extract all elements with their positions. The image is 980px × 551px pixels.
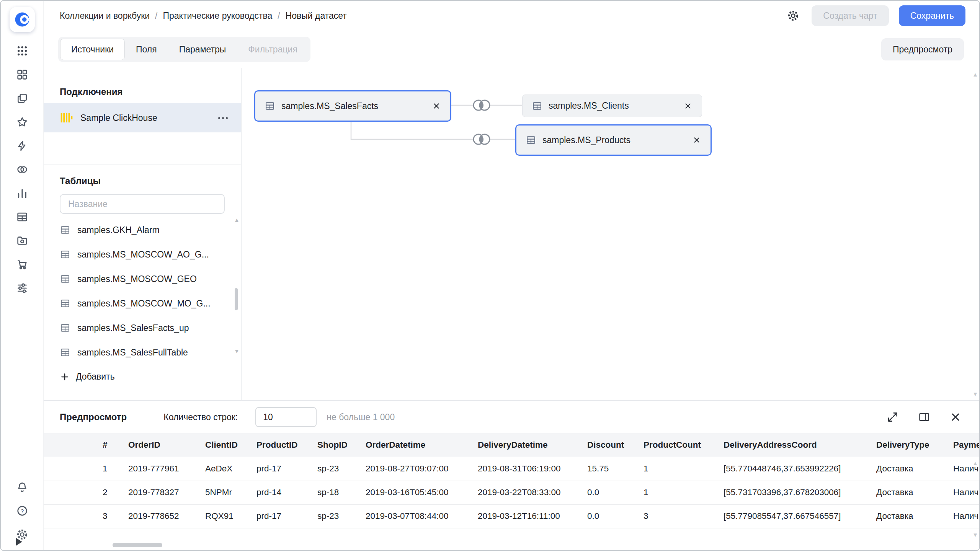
table-list-item-label: samples.MS_MOSCOW_MO_G... (77, 298, 211, 309)
column-header: ClientID (205, 433, 256, 457)
breadcrumb-collections[interactable]: Коллекции и воркбуки (60, 11, 150, 21)
table-cell: Доставка (876, 457, 953, 481)
save-button[interactable]: Сохранить (899, 5, 965, 26)
close-preview-icon[interactable] (947, 409, 964, 425)
scroll-up-icon[interactable]: ▲ (234, 217, 238, 223)
table-list-item[interactable]: samples.MS_MOSCOW_AO_G... (44, 242, 241, 267)
rail-bottom: ? (10, 475, 35, 546)
row-count-label: Количество строк: (163, 412, 238, 422)
marketplace-icon[interactable] (10, 253, 35, 276)
connection-item[interactable]: Sample ClickHouse (44, 103, 241, 132)
table-list-item[interactable]: samples.GKH_Alarm (44, 218, 241, 242)
connections-icon[interactable] (10, 158, 35, 181)
dataset-table-node[interactable]: samples.MS_Clients (522, 95, 702, 117)
add-table-button[interactable]: Добавить (60, 372, 225, 382)
horizontal-scrollbar[interactable] (44, 540, 979, 550)
remove-table-icon[interactable] (692, 135, 701, 145)
table-list-item-label: samples.MS_SalesFullTable (77, 347, 188, 358)
breadcrumb-guides[interactable]: Практические руководства (163, 11, 272, 21)
preview-scroll-up-icon[interactable]: ▲ (972, 460, 978, 466)
apps-grid-icon[interactable] (10, 39, 35, 63)
preview-toggle-button[interactable]: Предпросмотр (881, 38, 964, 60)
column-header: DeliveryAddressCoord (724, 433, 876, 457)
rail-expand-arrow[interactable] (16, 538, 22, 546)
table-search-input[interactable] (60, 194, 225, 214)
table-list-item[interactable]: samples.MS_SalesFullTable (44, 340, 241, 365)
table-cell: 2019-08-27T09:07:00 (366, 457, 478, 481)
breadcrumb-separator: / (155, 11, 157, 21)
preview-panel: Предпросмотр Количество строк: не больше… (44, 400, 979, 550)
table-cell: RQX91 (205, 504, 256, 528)
table-icon (532, 101, 542, 111)
left-rail: ? (1, 1, 44, 550)
scroll-down-icon[interactable]: ▼ (234, 348, 238, 354)
favorites-icon[interactable] (10, 110, 35, 134)
more-menu-icon[interactable] (217, 114, 229, 122)
services-sliders-icon[interactable] (10, 276, 35, 300)
tables-icon[interactable] (10, 205, 35, 229)
create-chart-button[interactable]: Создать чарт (812, 5, 889, 26)
join-canvas[interactable]: samples.MS_SalesFacts samples.MS_Clients… (242, 68, 979, 400)
column-header: DeliveryType (876, 433, 953, 457)
svg-text:?: ? (20, 508, 23, 514)
tables-title: Таблицы (44, 176, 241, 186)
join-type-icon[interactable] (470, 97, 493, 114)
column-header: # (44, 433, 128, 457)
join-type-icon[interactable] (470, 131, 493, 148)
canvas-scroll-up-icon[interactable]: ▲ (972, 71, 978, 78)
table-cell: prd-17 (256, 504, 317, 528)
remove-table-icon[interactable] (683, 101, 693, 111)
dashboards-icon[interactable] (10, 63, 35, 86)
column-header: ProductID (256, 433, 317, 457)
dataset-table-node[interactable]: samples.MS_SalesFacts (254, 90, 451, 122)
dock-panel-icon[interactable] (916, 409, 933, 425)
workbooks-icon[interactable] (10, 86, 35, 110)
table-cell: 2019-778652 (128, 504, 205, 528)
table-list-item[interactable]: samples.MS_MOSCOW_GEO (44, 267, 241, 291)
scroll-thumb[interactable] (235, 288, 238, 310)
help-icon[interactable]: ? (10, 499, 35, 523)
table-cell: 2019-03-07T08:44:00 (366, 504, 478, 528)
preview-scroll-down-icon[interactable]: ▼ (972, 531, 978, 538)
table-cell: 2019-03-22T08:33:00 (478, 481, 587, 504)
table-cell: Наличные (953, 504, 979, 528)
table-cell: sp-23 (317, 504, 366, 528)
preview-title: Предпросмотр (60, 412, 127, 422)
breadcrumb-separator: / (278, 11, 280, 21)
node-label: samples.MS_SalesFacts (281, 101, 426, 111)
tab-parameters[interactable]: Параметры (168, 39, 237, 60)
files-icon[interactable] (10, 229, 35, 253)
table-cell: sp-23 (317, 457, 366, 481)
horizontal-scroll-thumb[interactable] (113, 543, 162, 547)
table-row: 32019-778652RQX91prd-17sp-232019-03-07T0… (44, 504, 979, 528)
tab-filtering[interactable]: Фильтрация (237, 39, 309, 60)
dataset-settings-gear-icon[interactable] (785, 7, 802, 24)
table-list-item[interactable]: samples.MS_MOSCOW_MO_G... (44, 291, 241, 316)
datalens-logo-icon (13, 11, 31, 28)
table-cell: [55.779085547,37.667546557] (724, 504, 876, 528)
expand-preview-icon[interactable] (884, 409, 901, 425)
table-icon (526, 135, 536, 145)
table-cell: [55.731703396,37.678203006] (724, 481, 876, 504)
lightning-icon[interactable] (10, 134, 35, 158)
row-count-hint: не больше 1 000 (327, 412, 395, 422)
tab-fields[interactable]: Поля (125, 39, 168, 60)
dataset-table-node[interactable]: samples.MS_Products (515, 124, 712, 156)
canvas-scroll-down-icon[interactable]: ▼ (972, 391, 978, 397)
connection-name: Sample ClickHouse (80, 113, 217, 123)
add-table-label: Добавить (76, 372, 115, 382)
remove-table-icon[interactable] (432, 101, 441, 111)
table-cell: prd-17 (256, 457, 317, 481)
row-count-input[interactable] (255, 407, 317, 427)
plus-icon (60, 372, 70, 382)
datalens-logo[interactable] (10, 7, 35, 32)
table-icon (60, 298, 70, 309)
table-list-item[interactable]: samples.MS_SalesFacts_up (44, 316, 241, 340)
table-list-item-label: samples.MS_MOSCOW_AO_G... (77, 249, 209, 260)
notifications-bell-icon[interactable] (10, 475, 35, 499)
charts-icon[interactable] (10, 181, 35, 205)
table-cell: 3 (44, 504, 128, 528)
connections-empty-space (44, 132, 241, 165)
tab-sources[interactable]: Источники (60, 39, 125, 60)
tables-scrollbar[interactable]: ▲ ▼ (234, 217, 238, 354)
